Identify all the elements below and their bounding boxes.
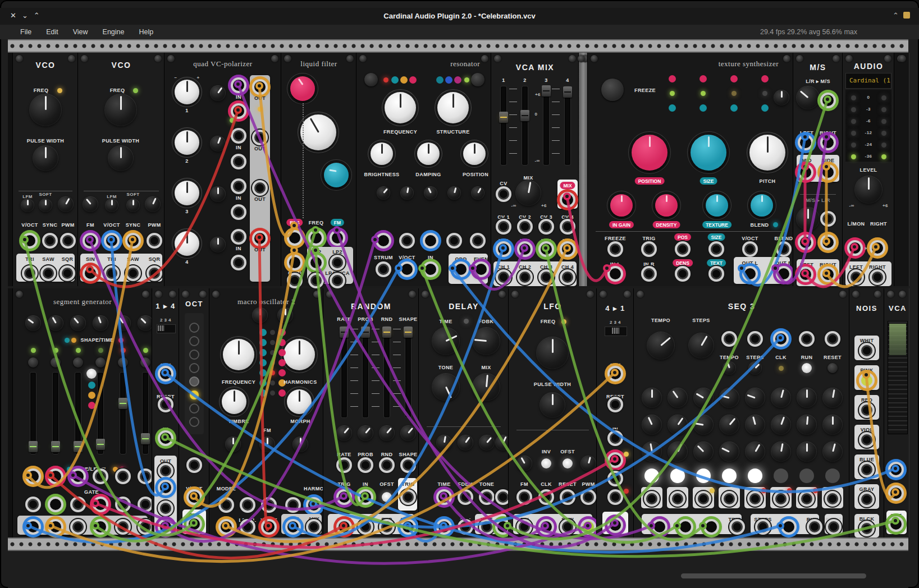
- lin-output-jack[interactable]: [358, 519, 373, 535]
- octave-dot-7[interactable]: [189, 403, 199, 414]
- voct-input-jack[interactable]: [742, 241, 758, 257]
- voct-input-jack[interactable]: [104, 233, 120, 249]
- seg-button-2[interactable]: [51, 357, 61, 368]
- octave-dot-2[interactable]: [189, 336, 199, 346]
- model-sel-knob-1[interactable]: [253, 308, 267, 323]
- rnd-slider[interactable]: [384, 327, 390, 417]
- trig-input-jack[interactable]: [641, 241, 657, 257]
- whit-jack[interactable]: [859, 343, 875, 359]
- left-output-jack[interactable]: [848, 269, 864, 285]
- time-atten[interactable]: [437, 435, 451, 450]
- prob-atten[interactable]: [358, 426, 373, 440]
- seg-button-6[interactable]: [140, 357, 150, 368]
- fm-amount-knob[interactable]: [324, 163, 349, 187]
- texture-knob[interactable]: [706, 194, 728, 217]
- vca-slider[interactable]: [888, 321, 908, 434]
- in4-jack[interactable]: [560, 241, 575, 257]
- morph-input-jack[interactable]: [285, 497, 301, 513]
- odd-output-jack[interactable]: [453, 261, 469, 277]
- saw-output-jack[interactable]: [560, 519, 575, 535]
- structure-knob[interactable]: [437, 92, 469, 123]
- mode-button-right[interactable]: [471, 73, 484, 86]
- vca-slider-handle[interactable]: [889, 324, 906, 355]
- cv-atten-2[interactable]: [401, 187, 413, 199]
- seq-knob-r3c5[interactable]: [746, 442, 765, 461]
- seq-knob-r3c7[interactable]: [797, 442, 816, 461]
- out-jack-4[interactable]: [158, 519, 173, 535]
- mix-knob[interactable]: [516, 181, 541, 205]
- ch1-knob[interactable]: [175, 80, 199, 104]
- pwm-input-jack[interactable]: [60, 233, 76, 249]
- tl-jack-1[interactable]: [25, 468, 41, 484]
- voct-input-jack[interactable]: [186, 489, 202, 505]
- lp2-output-jack[interactable]: [330, 255, 345, 270]
- pulse-width-knob[interactable]: [108, 146, 133, 171]
- ch4-out-jack[interactable]: [252, 231, 268, 246]
- side-input-jack[interactable]: [820, 235, 836, 250]
- pwm-knob[interactable]: [145, 197, 160, 212]
- in-jack-4[interactable]: [607, 489, 623, 505]
- seg-button-4[interactable]: [95, 357, 106, 368]
- gate-jack-4[interactable]: [93, 497, 108, 512]
- morph-knob[interactable]: [287, 389, 312, 414]
- seg-slider-5[interactable]: [120, 373, 126, 454]
- seq-knob-r1c2[interactable]: [668, 388, 687, 407]
- seq-knob-r2c3[interactable]: [694, 415, 713, 434]
- reset-input-jack[interactable]: [825, 331, 840, 347]
- ch4-in-a-jack[interactable]: [231, 229, 246, 245]
- ch1-output-jack[interactable]: [496, 269, 511, 285]
- octave-dot-3[interactable]: [189, 350, 199, 360]
- ch4-atten-knob[interactable]: [211, 237, 225, 252]
- encode-input-jack[interactable]: [820, 93, 836, 108]
- harmo-input-jack[interactable]: [306, 497, 322, 513]
- menu-file[interactable]: File: [20, 28, 31, 36]
- ch2-atten-knob[interactable]: [211, 136, 225, 151]
- steps-switch[interactable]: [605, 327, 627, 336]
- ch2-output-jack[interactable]: [517, 269, 533, 285]
- decode-knob[interactable]: [797, 208, 819, 230]
- steps-trim[interactable]: [749, 362, 761, 374]
- ch1-atten-knob[interactable]: [211, 86, 225, 100]
- seq-knob-r1c7[interactable]: [797, 388, 816, 407]
- mid-input-jack[interactable]: [798, 235, 813, 250]
- out-jack[interactable]: [888, 516, 904, 532]
- trig-input-jack[interactable]: [218, 519, 234, 535]
- octave-dot-8[interactable]: [189, 417, 199, 427]
- run-button[interactable]: [802, 363, 812, 373]
- cv3-output-jack[interactable]: [703, 519, 719, 535]
- cv1-jack[interactable]: [496, 219, 511, 235]
- fader2-handle[interactable]: [520, 110, 529, 121]
- pos-input-jack[interactable]: [675, 241, 691, 257]
- out-jack[interactable]: [285, 519, 301, 535]
- resonance-knob[interactable]: [290, 76, 315, 101]
- gate-jack-1[interactable]: [25, 497, 41, 512]
- fm-input-jack[interactable]: [516, 489, 532, 505]
- tone-cv-jack[interactable]: [479, 489, 495, 505]
- rate-slider[interactable]: [341, 327, 347, 417]
- shape-knob-4[interactable]: [93, 316, 108, 330]
- gate-jack-2[interactable]: [48, 497, 63, 512]
- gate-jack-7[interactable]: [799, 491, 815, 507]
- out-jack-1[interactable]: [158, 463, 173, 479]
- outl-jack[interactable]: [742, 266, 758, 282]
- tri-output-jack[interactable]: [538, 519, 554, 535]
- morph-atten-knob[interactable]: [293, 437, 308, 452]
- frequency-knob[interactable]: [223, 339, 254, 370]
- gate-jack-3[interactable]: [70, 497, 86, 512]
- ch1-out-jack[interactable]: [252, 79, 268, 95]
- rnd-handle[interactable]: [382, 327, 391, 338]
- blue-jack[interactable]: [859, 462, 875, 477]
- mid-output-jack[interactable]: [798, 164, 813, 180]
- freq-input-jack[interactable]: [308, 230, 324, 246]
- blend-select-knob[interactable]: [774, 90, 789, 105]
- fdbk-cv-jack[interactable]: [458, 489, 473, 505]
- audio-input-jack[interactable]: [423, 261, 438, 277]
- seq-knob-r3c6[interactable]: [771, 442, 790, 461]
- mix-cv-jack[interactable]: [496, 186, 511, 202]
- fader4-handle[interactable]: [563, 86, 572, 98]
- rnd-atten[interactable]: [380, 426, 394, 440]
- seg-out-3[interactable]: [70, 519, 86, 535]
- fm-input-jack[interactable]: [261, 497, 277, 513]
- step-light-6[interactable]: [774, 468, 788, 483]
- side-output-jack[interactable]: [820, 164, 836, 180]
